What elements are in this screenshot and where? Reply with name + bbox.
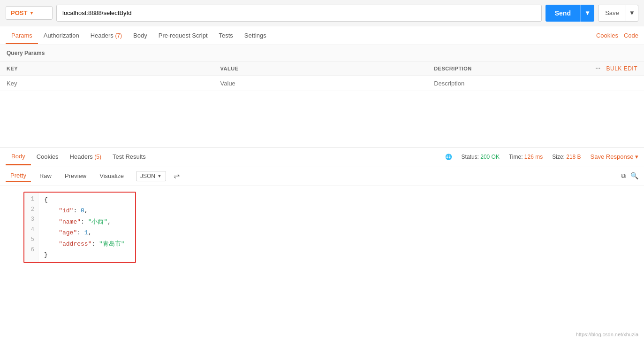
- tab-tests[interactable]: Tests: [213, 27, 239, 44]
- code-link[interactable]: Code: [624, 32, 638, 39]
- bulk-edit-button[interactable]: Bulk Edit: [606, 65, 637, 72]
- description-input[interactable]: [434, 80, 637, 87]
- format-type-select[interactable]: JSON ▼: [136, 171, 166, 181]
- format-bar: Pretty Raw Preview Visualize JSON ▼ ⇌ ⧉ …: [0, 166, 644, 186]
- cookies-link[interactable]: Cookies: [596, 32, 618, 39]
- search-icon[interactable]: 🔍: [630, 172, 638, 180]
- url-input[interactable]: [56, 5, 542, 22]
- more-options-icon[interactable]: ⋯: [595, 66, 601, 72]
- size-value: 218 B: [566, 154, 581, 160]
- empty-space: [0, 91, 644, 147]
- table-row: [0, 76, 644, 91]
- params-table: KEY VALUE DESCRIPTION ⋯ Bulk Edit: [0, 62, 644, 91]
- send-button[interactable]: Send: [546, 5, 580, 22]
- query-params-header: Query Params: [0, 45, 644, 62]
- send-dropdown-button[interactable]: ▼: [580, 5, 594, 22]
- top-bar: POST ▼ Send ▼ Save ▼: [0, 0, 644, 26]
- method-select[interactable]: POST ▼: [6, 6, 53, 20]
- json-code: { "id": 0, "name": "小西", "age": 1, "addr…: [38, 193, 130, 262]
- format-tab-pretty[interactable]: Pretty: [6, 170, 31, 182]
- col-desc-label: DESCRIPTION: [434, 66, 472, 71]
- format-tab-visualize[interactable]: Visualize: [95, 170, 129, 181]
- globe-icon: 🌐: [445, 154, 452, 160]
- tab-body[interactable]: Body: [128, 27, 153, 44]
- wrap-lines-icon[interactable]: ⇌: [174, 171, 180, 180]
- value-input[interactable]: [220, 80, 421, 87]
- footer-url: https://blog.csdn.net/xhuzia: [576, 332, 638, 337]
- time-value: 126 ms: [524, 154, 543, 160]
- col-value: VALUE: [214, 62, 428, 76]
- response-section: Body Cookies Headers (5) Test Results 🌐 …: [0, 147, 644, 279]
- save-dropdown-button[interactable]: ▼: [626, 5, 638, 22]
- response-meta: 🌐 Status: 200 OK Time: 126 ms Size: 218 …: [445, 153, 638, 160]
- response-tab-test-results[interactable]: Test Results: [107, 148, 152, 165]
- format-type-label: JSON: [140, 173, 155, 179]
- json-response-area: 123456 { "id": 0, "name": "小西", "age": 1…: [0, 186, 644, 279]
- key-input[interactable]: [7, 80, 207, 87]
- response-tab-cookies[interactable]: Cookies: [31, 148, 64, 165]
- format-tab-raw[interactable]: Raw: [35, 170, 56, 181]
- status-value: 200 OK: [480, 154, 500, 160]
- copy-icon[interactable]: ⧉: [621, 172, 626, 180]
- json-content: 123456 { "id": 0, "name": "小西", "age": 1…: [23, 192, 136, 263]
- col-key: KEY: [0, 62, 214, 76]
- response-tab-body[interactable]: Body: [6, 148, 31, 165]
- request-tab-nav: Params Authorization Headers (7) Body Pr…: [0, 26, 644, 45]
- tab-params[interactable]: Params: [6, 27, 38, 44]
- method-chevron-icon: ▼: [29, 10, 34, 16]
- tab-settings[interactable]: Settings: [239, 27, 272, 44]
- time-label: Time: 126 ms: [509, 154, 543, 160]
- save-button[interactable]: Save: [598, 5, 626, 22]
- save-response-button[interactable]: Save Response ▾: [591, 153, 638, 160]
- status-label: Status: 200 OK: [462, 154, 500, 160]
- format-tab-preview[interactable]: Preview: [60, 170, 91, 181]
- response-tab-nav: Body Cookies Headers (5) Test Results 🌐 …: [0, 147, 644, 166]
- response-tab-headers[interactable]: Headers (5): [64, 148, 107, 165]
- col-description: DESCRIPTION ⋯ Bulk Edit: [427, 62, 644, 76]
- query-params-section: Query Params KEY VALUE DESCRIPTION ⋯ Bul…: [0, 45, 644, 91]
- method-label: POST: [11, 9, 27, 16]
- size-label: Size: 218 B: [552, 154, 581, 160]
- format-type-chevron-icon: ▼: [157, 173, 162, 178]
- tab-headers[interactable]: Headers (7): [85, 27, 128, 44]
- right-links: Cookies Code: [596, 32, 638, 39]
- line-numbers: 123456: [24, 193, 38, 262]
- tab-prerequest[interactable]: Pre-request Script: [153, 27, 213, 44]
- tab-authorization[interactable]: Authorization: [38, 27, 85, 44]
- format-right-actions: ⧉ 🔍: [621, 172, 638, 180]
